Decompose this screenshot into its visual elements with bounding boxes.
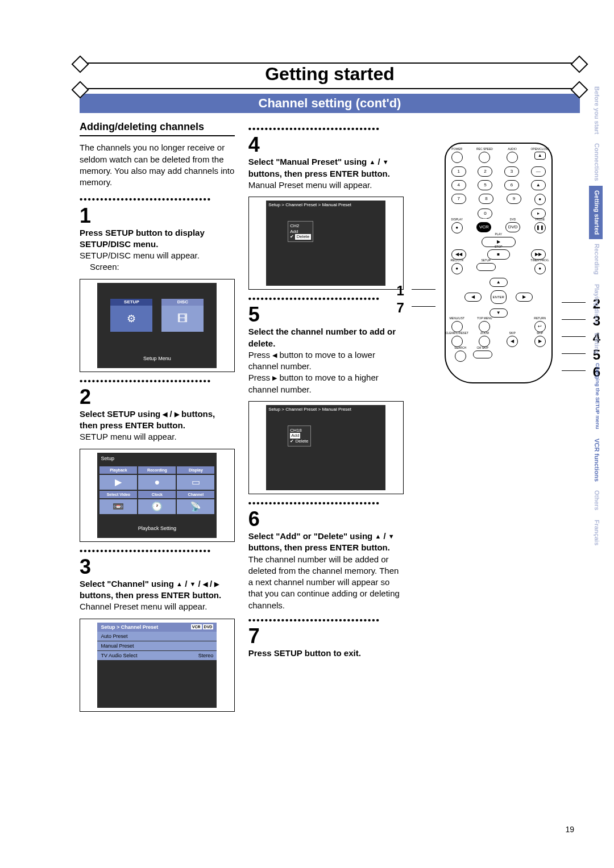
step-result: The channel number will be added or dele…	[248, 554, 404, 611]
tab-getting-started: Getting started	[589, 186, 603, 239]
tab-recording: Recording	[589, 239, 603, 279]
subheading: Adding/deleting channels	[80, 120, 235, 136]
section-banner: Getting started	[80, 62, 580, 89]
tab-playing: Playing discs	[589, 279, 603, 328]
tab-editing: Editing	[589, 328, 603, 358]
screen-channel-preset: Setup > Channel PresetVCRDVD Auto Preset…	[80, 619, 235, 712]
tab-others: Others	[589, 486, 603, 515]
step-number: 6	[248, 509, 404, 529]
step-instruction: Select "Add" or "Delete" using ▲ / ▼ but…	[248, 531, 404, 554]
step-number: 7	[248, 626, 404, 646]
step-number: 2	[80, 387, 235, 407]
column-1: Adding/deleting channels The channels yo…	[80, 120, 235, 714]
screen-manual-preset-1: Setup > Channel Preset > Manual Preset C…	[248, 197, 404, 290]
step-divider: ••••••••••••••••••••••••••••••••	[80, 375, 235, 387]
step-instruction: Select SETUP using ◀ / ▶ buttons, then p…	[80, 408, 235, 432]
side-tabs: Before you start Connections Getting sta…	[589, 82, 603, 550]
callout-1: 1	[397, 282, 404, 300]
step-divider: ••••••••••••••••••••••••••••••••	[248, 498, 404, 509]
step-number: 3	[80, 557, 235, 577]
step-divider: ••••••••••••••••••••••••••••••••	[80, 545, 235, 557]
step-instruction: Select "Channel" using ▲ / ▼ / ◀ / ▶ but…	[80, 578, 235, 602]
section-title: Getting started	[80, 64, 580, 85]
step-divider: ••••••••••••••••••••••••••••••••	[248, 615, 404, 626]
column-2: •••••••••••••••••••••••••••••••• 4 Selec…	[248, 120, 404, 714]
screen-setup-grid: Setup Playback Recording Display ▶ ● ▭ S…	[80, 449, 235, 542]
screen-setup-disc: SETUP⚙ DISC🎞 Setup Menu	[80, 279, 235, 372]
step-result: Channel Preset menu will appear.	[80, 601, 235, 612]
step-text: Press ▶ button to move to a higher chann…	[248, 372, 404, 395]
step-instruction: Select the channel number to add or dele…	[248, 326, 404, 349]
step-number: 4	[248, 135, 404, 155]
step-divider: ••••••••••••••••••••••••••••••••	[248, 293, 404, 304]
step-instruction: Press SETUP button to exit.	[248, 648, 404, 659]
step-text: Press ◀ button to move to a lower channe…	[248, 349, 404, 373]
tab-before: Before you start	[589, 82, 603, 139]
tab-setup-menu: Changing the SETUP menu	[589, 358, 603, 433]
tab-vcr: VCR functions	[589, 434, 603, 486]
screen-manual-preset-2: Setup > Channel Preset > Manual Preset C…	[248, 401, 404, 494]
section-subtitle: Channel setting (cont'd)	[80, 94, 580, 113]
callout-7: 7	[397, 299, 404, 317]
remote-diagram: POWERREC SPEEDAUDIOOPEN/CLOSE▲ 123— 456▲…	[445, 143, 553, 383]
step-instruction: Press SETUP button to display SETUP/DISC…	[80, 227, 235, 251]
page-number: 19	[565, 825, 574, 834]
tab-connections: Connections	[589, 139, 603, 186]
step-result: SETUP menu will appear.	[80, 431, 235, 443]
intro-text: The channels you no longer receive or se…	[80, 142, 235, 188]
step-indent: Screen:	[80, 261, 235, 273]
column-3: 1 7 2 3 4 5 6 POWERREC SPEEDAUDIOOPEN/CL…	[417, 120, 580, 714]
step-number: 5	[248, 304, 404, 325]
step-result: SETUP/DISC menu will appear.	[80, 250, 235, 261]
step-divider: ••••••••••••••••••••••••••••••••	[80, 194, 235, 205]
step-divider: ••••••••••••••••••••••••••••••••	[248, 123, 404, 135]
step-number: 1	[80, 206, 235, 226]
step-instruction: Select "Manual Preset" using ▲ / ▼ butto…	[248, 156, 404, 180]
tab-francais: Français	[589, 515, 603, 550]
step-result: Manual Preset menu will appear.	[248, 180, 404, 191]
